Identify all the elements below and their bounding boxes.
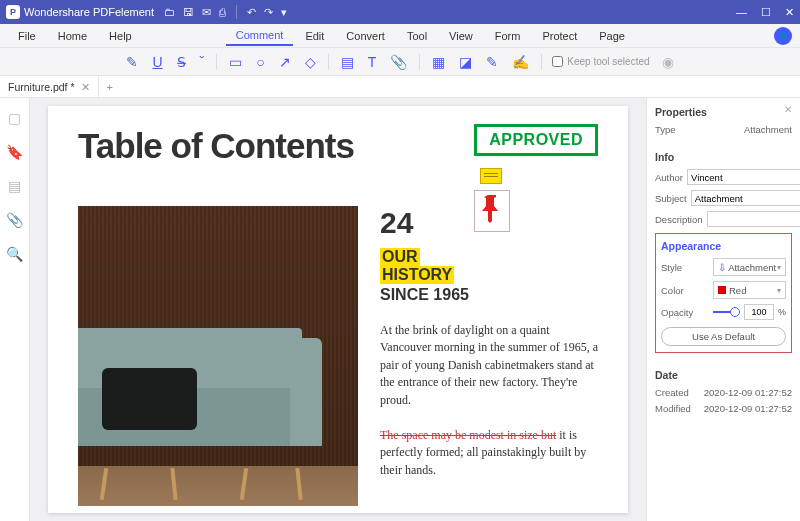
cloud-icon[interactable]: ◇	[303, 52, 318, 72]
type-value: Attachment	[707, 124, 792, 135]
chevron-down-icon: ▾	[777, 263, 781, 272]
hide-icon[interactable]: ◉	[660, 52, 676, 72]
color-swatch	[718, 286, 726, 294]
author-label: Author	[655, 172, 683, 183]
menu-form[interactable]: Form	[485, 27, 531, 45]
created-label: Created	[655, 387, 689, 398]
properties-header: Properties	[655, 106, 792, 118]
strikethrough-icon[interactable]: S̶	[175, 52, 188, 72]
divider	[236, 5, 237, 19]
save-icon[interactable]: 🖫	[183, 6, 194, 19]
keep-tool-checkbox[interactable]	[552, 56, 563, 67]
attachment-annotation[interactable]	[474, 190, 510, 232]
opacity-field[interactable]	[744, 304, 774, 320]
pdf-page: Table of Contents APPROVED	[48, 106, 628, 513]
color-select[interactable]: Red ▾	[713, 281, 786, 299]
minimize-icon[interactable]: —	[736, 6, 747, 19]
menu-home[interactable]: Home	[48, 27, 97, 45]
sticky-note-annotation[interactable]	[480, 168, 502, 184]
comment-toolbar: ✎ U S̶ ˇ ▭ ○ ↗ ◇ ▤ T 📎 ▦ ◪ ✎ ✍ Keep tool…	[0, 48, 800, 76]
chevron-down-icon: ▾	[777, 286, 781, 295]
menu-page[interactable]: Page	[589, 27, 635, 45]
attachments-icon[interactable]: 📎	[6, 212, 23, 228]
approved-stamp[interactable]: APPROVED	[474, 124, 598, 156]
open-icon[interactable]: 🗀	[164, 6, 175, 19]
description-field[interactable]	[707, 211, 800, 227]
stamp-icon[interactable]: ▦	[430, 52, 447, 72]
titlebar: P Wondershare PDFelement 🗀 🖫 ✉ ⎙ ↶ ↷ ▾ —…	[0, 0, 800, 24]
menu-file[interactable]: File	[8, 27, 46, 45]
appearance-section: Appearance Style ⇩ Attachment ▾ Color Re…	[655, 233, 792, 353]
highlight-our: OUR	[380, 248, 420, 266]
style-select[interactable]: ⇩ Attachment ▾	[713, 258, 786, 276]
attach-icon[interactable]: 📎	[388, 52, 409, 72]
caret-icon[interactable]: ˇ	[198, 52, 207, 72]
use-as-default-button[interactable]: Use As Default	[661, 327, 786, 346]
pencil-icon[interactable]: ✎	[484, 52, 500, 72]
oval-icon[interactable]: ○	[254, 52, 266, 72]
print-icon[interactable]: ⎙	[219, 6, 226, 19]
dropdown-icon[interactable]: ▾	[281, 6, 287, 19]
date-header: Date	[655, 369, 792, 381]
main-area: ▢ 🔖 ▤ 📎 🔍 Table of Contents APPROVED	[0, 98, 800, 521]
document-tabs: Furniture.pdf * ✕ +	[0, 76, 800, 98]
info-header: Info	[655, 151, 792, 163]
logo-icon: P	[6, 5, 20, 19]
thumbnails-icon[interactable]: ▢	[8, 110, 21, 126]
modified-value: 2020-12-09 01:27:52	[704, 403, 792, 414]
undo-redo: ↶ ↷ ▾	[247, 6, 287, 19]
color-label: Color	[661, 285, 709, 296]
since-text: SINCE 1965	[380, 286, 598, 304]
textbox-icon[interactable]: T	[366, 52, 379, 72]
app-logo: P Wondershare PDFelement	[6, 5, 164, 19]
tab-furniture[interactable]: Furniture.pdf * ✕	[0, 76, 99, 97]
style-label: Style	[661, 262, 709, 273]
quick-access: 🗀 🖫 ✉ ⎙	[164, 6, 226, 19]
redo-icon[interactable]: ↷	[264, 6, 273, 19]
rect-icon[interactable]: ▭	[227, 52, 244, 72]
user-avatar[interactable]: 👤	[774, 27, 792, 45]
close-icon[interactable]: ✕	[785, 6, 794, 19]
tab-close-icon[interactable]: ✕	[81, 81, 90, 93]
subject-label: Subject	[655, 193, 687, 204]
menubar: File Home Help Comment Edit Convert Tool…	[0, 24, 800, 48]
pin-icon	[482, 193, 502, 223]
undo-icon[interactable]: ↶	[247, 6, 256, 19]
menu-convert[interactable]: Convert	[336, 27, 395, 45]
opacity-slider[interactable]	[713, 306, 740, 318]
app-name: Wondershare PDFelement	[24, 6, 154, 18]
underline-icon[interactable]: U	[150, 52, 164, 72]
menu-comment[interactable]: Comment	[226, 26, 294, 46]
appearance-header: Appearance	[661, 240, 786, 252]
percent-label: %	[778, 307, 786, 317]
opacity-label: Opacity	[661, 307, 709, 318]
comments-icon[interactable]: ▤	[8, 178, 21, 194]
menu-help[interactable]: Help	[99, 27, 142, 45]
menu-edit[interactable]: Edit	[295, 27, 334, 45]
text-column: 24 OUR HISTORY SINCE 1965 At the brink o…	[380, 206, 598, 506]
mail-icon[interactable]: ✉	[202, 6, 211, 19]
maximize-icon[interactable]: ☐	[761, 6, 771, 19]
search-icon[interactable]: 🔍	[6, 246, 23, 262]
tab-add-icon[interactable]: +	[99, 81, 121, 93]
menu-tool[interactable]: Tool	[397, 27, 437, 45]
left-sidebar: ▢ 🔖 ▤ 📎 🔍	[0, 98, 30, 521]
eraser-icon[interactable]: ◪	[457, 52, 474, 72]
bookmarks-icon[interactable]: 🔖	[6, 144, 23, 160]
sign-icon[interactable]: ✍	[510, 52, 531, 72]
panel-close-icon[interactable]: ✕	[784, 104, 792, 115]
note-icon[interactable]: ▤	[339, 52, 356, 72]
author-field[interactable]	[687, 169, 800, 185]
keep-tool-selected[interactable]: Keep tool selected	[552, 56, 649, 67]
paragraph-2: The space may be modest in size but it i…	[380, 427, 598, 479]
subject-field[interactable]	[691, 190, 800, 206]
menu-protect[interactable]: Protect	[532, 27, 587, 45]
highlight-history: HISTORY	[380, 266, 454, 284]
properties-panel: ✕ Properties Type Attachment Info Author…	[646, 98, 800, 521]
paragraph-1: At the brink of daylight on a quaint Van…	[380, 322, 598, 409]
menu-view[interactable]: View	[439, 27, 483, 45]
highlight-icon[interactable]: ✎	[124, 52, 140, 72]
window-controls: — ☐ ✕	[736, 6, 794, 19]
arrow-icon[interactable]: ↗	[277, 52, 293, 72]
document-canvas[interactable]: Table of Contents APPROVED	[30, 98, 646, 521]
